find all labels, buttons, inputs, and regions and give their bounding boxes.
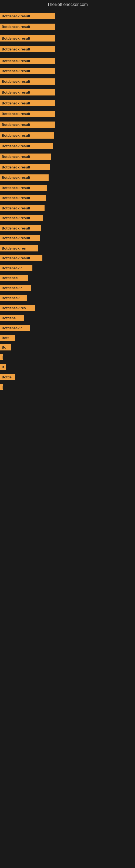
- bar-label: Bottleneck r: [0, 285, 31, 291]
- list-item: Bottleneck: [0, 295, 27, 301]
- list-item: Bottleneck result: [0, 111, 55, 117]
- bar-label: Bottleneck result: [0, 111, 55, 117]
- list-item: Bottleneck result: [0, 185, 47, 191]
- list-item: Bottlenec: [0, 275, 28, 281]
- list-item: Bottleneck result: [0, 13, 55, 19]
- bar-label: Bottleneck result: [0, 68, 55, 74]
- list-item: Bottleneck result: [0, 68, 55, 74]
- list-item: |: [0, 354, 3, 360]
- list-item: Bottleneck res: [0, 245, 38, 251]
- list-item: Bottleneck result: [0, 100, 55, 106]
- list-item: Bottleneck result: [0, 143, 53, 149]
- list-item: Bottleneck result: [0, 58, 55, 64]
- list-item: Bott: [0, 335, 15, 341]
- list-item: |: [0, 384, 3, 390]
- list-item: Bottleneck r: [0, 285, 31, 291]
- bar-label: Bottleneck: [0, 295, 27, 301]
- bar-label: Bottleneck result: [0, 122, 55, 128]
- bar-label: Bottleneck result: [0, 195, 46, 201]
- bar-label: Bottleneck result: [0, 255, 42, 261]
- bar-label: Bottleneck result: [0, 154, 51, 160]
- list-item: Bottleneck result: [0, 24, 55, 30]
- list-item: Bottleneck result: [0, 205, 45, 211]
- list-item: Bottleneck result: [0, 164, 50, 170]
- list-item: Bottleneck result: [0, 35, 55, 41]
- bar-label: Bottleneck result: [0, 132, 54, 138]
- list-item: Bottleneck r: [0, 265, 32, 271]
- bar-label: Bo: [0, 344, 11, 350]
- list-item: Bottlene: [0, 315, 24, 321]
- bar-label: Bottleneck result: [0, 185, 47, 191]
- bar-label: Bottleneck res: [0, 245, 38, 251]
- list-item: Bottleneck result: [0, 225, 41, 231]
- bar-label: |: [0, 354, 3, 360]
- bars-container: Bottleneck resultBottleneck resultBottle…: [0, 8, 135, 868]
- bar-label: Bottleneck res: [0, 305, 35, 311]
- bar-label: Bottleneck result: [0, 100, 55, 106]
- bar-label: Bott: [0, 335, 15, 341]
- bar-label: Bottleneck r: [0, 325, 30, 331]
- bar-label: Bottleneck result: [0, 13, 55, 19]
- bar-label: Bottlene: [0, 315, 24, 321]
- bar-label: Bottleneck result: [0, 235, 40, 241]
- bar-label: Bottleneck r: [0, 265, 32, 271]
- bar-label: Bottlenec: [0, 275, 28, 281]
- bar-label: Bottleneck result: [0, 35, 55, 41]
- list-item: Bottleneck result: [0, 89, 55, 95]
- list-item: B: [0, 364, 6, 370]
- list-item: Bottleneck result: [0, 122, 55, 128]
- list-item: Bottleneck r: [0, 325, 30, 331]
- bar-label: Bottleneck result: [0, 143, 53, 149]
- bar-label: Bottleneck result: [0, 58, 55, 64]
- list-item: Bo: [0, 344, 11, 350]
- bar-label: Bottleneck result: [0, 205, 45, 211]
- bar-label: Bottleneck result: [0, 24, 55, 30]
- bar-label: Bottleneck result: [0, 46, 55, 52]
- bar-label: B: [0, 364, 6, 370]
- list-item: Bottleneck result: [0, 195, 46, 201]
- bar-label: Bottleneck result: [0, 225, 41, 231]
- bar-label: |: [0, 384, 3, 390]
- bar-label: Bottleneck result: [0, 164, 50, 170]
- list-item: Bottleneck result: [0, 132, 54, 138]
- bar-label: Bottleneck result: [0, 89, 55, 95]
- list-item: Bottleneck result: [0, 79, 55, 85]
- bar-label: Bottleneck result: [0, 79, 55, 85]
- list-item: Bottleneck result: [0, 235, 40, 241]
- list-item: Bottleneck result: [0, 175, 49, 181]
- bar-label: Bottle: [0, 374, 15, 380]
- list-item: Bottleneck result: [0, 255, 42, 261]
- list-item: Bottleneck res: [0, 305, 35, 311]
- site-title: TheBottlenecker.com: [0, 0, 135, 8]
- bar-label: Bottleneck result: [0, 215, 43, 221]
- list-item: Bottle: [0, 374, 15, 380]
- list-item: Bottleneck result: [0, 46, 55, 52]
- list-item: Bottleneck result: [0, 215, 43, 221]
- list-item: Bottleneck result: [0, 154, 51, 160]
- bar-label: Bottleneck result: [0, 175, 49, 181]
